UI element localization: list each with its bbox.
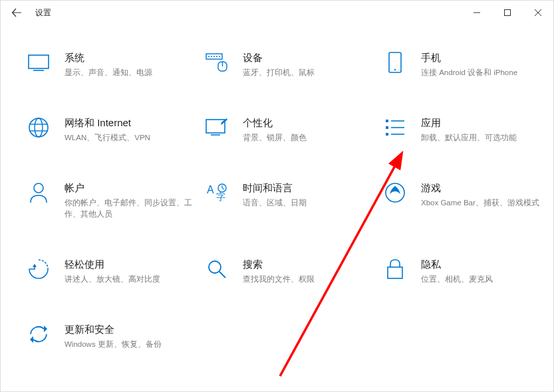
category-title: 更新和安全 xyxy=(65,323,199,336)
category-desc: 位置、相机、麦克风 xyxy=(421,274,554,285)
category-title: 时间和语言 xyxy=(243,181,377,195)
window-title: 设置 xyxy=(35,7,51,19)
svg-point-11 xyxy=(219,56,220,57)
close-icon xyxy=(535,9,541,16)
svg-point-8 xyxy=(211,56,212,57)
category-title: 游戏 xyxy=(421,181,554,195)
category-network[interactable]: 网络和 Internet WLAN、飞行模式、VPN xyxy=(27,116,199,143)
category-title: 手机 xyxy=(421,51,554,64)
titlebar: 设置 xyxy=(1,1,553,25)
svg-line-33 xyxy=(222,188,224,189)
accounts-icon xyxy=(27,181,50,204)
svg-point-17 xyxy=(35,118,43,137)
svg-text:A: A xyxy=(207,184,214,195)
category-title: 网络和 Internet xyxy=(65,116,199,130)
svg-rect-1 xyxy=(505,10,511,16)
svg-rect-20 xyxy=(206,120,225,133)
svg-marker-40 xyxy=(30,336,33,343)
svg-line-37 xyxy=(219,272,225,278)
maximize-button[interactable] xyxy=(492,2,523,23)
minimize-button[interactable] xyxy=(462,2,492,23)
svg-rect-24 xyxy=(386,126,388,129)
category-desc: 显示、声音、通知、电源 xyxy=(65,67,199,78)
svg-point-9 xyxy=(213,56,215,57)
svg-rect-22 xyxy=(386,120,388,122)
svg-marker-39 xyxy=(44,326,47,332)
maximize-icon xyxy=(504,9,511,16)
svg-point-10 xyxy=(216,56,217,57)
devices-icon xyxy=(206,51,228,74)
svg-point-36 xyxy=(209,261,221,273)
category-title: 轻松使用 xyxy=(65,258,199,271)
update-icon xyxy=(27,323,50,345)
personalization-icon xyxy=(206,116,228,139)
svg-rect-38 xyxy=(388,267,402,278)
category-ease[interactable]: 轻松使用 讲述人、放大镜、高对比度 xyxy=(27,258,199,284)
back-button[interactable] xyxy=(10,6,23,19)
category-desc: 蓝牙、打印机、鼠标 xyxy=(243,67,377,78)
svg-point-16 xyxy=(29,118,48,137)
category-title: 系统 xyxy=(65,51,199,64)
category-gaming[interactable]: 游戏 Xbox Game Bar、捕获、游戏模式 xyxy=(384,181,554,219)
phone-icon xyxy=(384,51,406,74)
category-devices[interactable]: 设备 蓝牙、打印机、鼠标 xyxy=(206,51,377,78)
svg-point-28 xyxy=(34,183,43,193)
ease-of-access-icon xyxy=(27,258,50,280)
apps-icon xyxy=(384,116,406,139)
gaming-icon xyxy=(384,181,406,204)
category-phone[interactable]: 手机 连接 Android 设备和 iPhone xyxy=(384,51,554,78)
category-apps[interactable]: 应用 卸载、默认应用、可选功能 xyxy=(384,116,554,143)
category-desc: 语音、区域、日期 xyxy=(243,197,377,209)
category-title: 个性化 xyxy=(243,116,377,130)
category-title: 帐户 xyxy=(65,181,199,195)
category-desc: 讲述人、放大镜、高对比度 xyxy=(65,274,199,285)
category-desc: Windows 更新、恢复、备份 xyxy=(65,339,199,350)
category-personalization[interactable]: 个性化 背景、锁屏、颜色 xyxy=(206,116,377,143)
minimize-icon xyxy=(474,9,480,16)
svg-point-15 xyxy=(394,69,396,70)
category-desc: 查找我的文件、权限 xyxy=(243,274,377,285)
category-title: 应用 xyxy=(421,116,554,130)
svg-point-7 xyxy=(208,56,209,57)
privacy-icon xyxy=(384,258,406,280)
search-icon xyxy=(206,258,228,280)
svg-text:字: 字 xyxy=(216,191,225,202)
category-desc: WLAN、飞行模式、VPN xyxy=(65,132,199,144)
category-title: 搜索 xyxy=(243,258,377,271)
category-accounts[interactable]: 帐户 你的帐户、电子邮件、同步设置、工作、其他人员 xyxy=(27,181,199,219)
system-icon xyxy=(27,51,50,74)
category-desc: 卸载、默认应用、可选功能 xyxy=(421,132,554,144)
category-search[interactable]: 搜索 查找我的文件、权限 xyxy=(206,258,377,284)
svg-marker-35 xyxy=(33,264,37,267)
category-time[interactable]: A字 时间和语言 语音、区域、日期 xyxy=(206,181,377,219)
category-title: 隐私 xyxy=(421,258,554,271)
close-button[interactable] xyxy=(523,2,553,23)
category-desc: 背景、锁屏、颜色 xyxy=(243,132,377,144)
svg-rect-4 xyxy=(29,55,49,68)
category-title: 设备 xyxy=(243,51,377,64)
back-arrow-icon xyxy=(11,7,22,18)
time-language-icon: A字 xyxy=(206,181,228,204)
category-system[interactable]: 系统 显示、声音、通知、电源 xyxy=(27,51,199,78)
svg-rect-26 xyxy=(386,133,388,136)
network-icon xyxy=(27,116,50,139)
category-privacy[interactable]: 隐私 位置、相机、麦克风 xyxy=(384,258,554,284)
category-desc: 连接 Android 设备和 iPhone xyxy=(421,67,554,78)
category-desc: Xbox Game Bar、捕获、游戏模式 xyxy=(421,197,554,209)
category-update[interactable]: 更新和安全 Windows 更新、恢复、备份 xyxy=(27,323,199,349)
category-desc: 你的帐户、电子邮件、同步设置、工作、其他人员 xyxy=(65,197,199,219)
